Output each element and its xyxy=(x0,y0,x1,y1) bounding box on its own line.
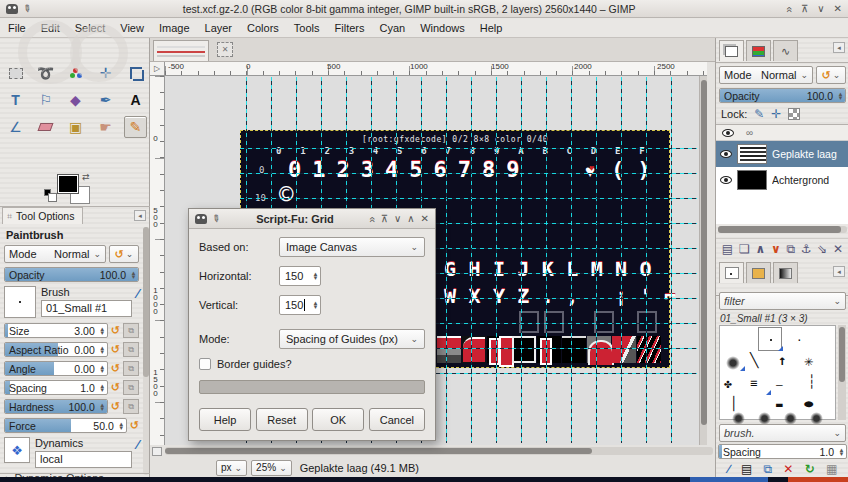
layer-row-background[interactable]: Achtergrond xyxy=(716,167,848,193)
lock-alpha-icon[interactable] xyxy=(788,108,800,120)
guide-vertical[interactable] xyxy=(521,77,522,443)
menu-filters[interactable]: Filters xyxy=(335,22,365,34)
move-tool[interactable]: ✛ xyxy=(94,62,117,84)
tab-patterns[interactable] xyxy=(746,262,771,283)
dialog-shade-icon[interactable]: « xyxy=(366,216,378,221)
menu-layer[interactable]: Layer xyxy=(205,22,233,34)
foreground-color-swatch[interactable] xyxy=(58,175,78,193)
guide-vertical[interactable] xyxy=(571,77,572,443)
angle-reset-icon[interactable]: ↺ xyxy=(111,362,120,375)
vertical-scrollbar[interactable] xyxy=(699,76,707,445)
quick-mask-toggle[interactable] xyxy=(152,447,162,456)
brush-cell[interactable]: ✤ xyxy=(724,376,732,391)
menu-file[interactable]: File xyxy=(8,22,26,34)
brush-tag-select[interactable]: brush. ⌄ xyxy=(719,424,846,442)
tool-options-menu-button[interactable]: ◂ xyxy=(134,210,146,221)
dialog-down-icon[interactable]: ∨ xyxy=(394,213,401,224)
brush-cell[interactable]: ≡ xyxy=(750,376,757,390)
layer-opacity-spinner[interactable]: ▲▼ xyxy=(836,88,845,103)
force-reset-icon[interactable]: ↺ xyxy=(130,419,139,432)
size-reset-icon[interactable]: ↺ xyxy=(111,324,120,337)
tool-options-scrollbar[interactable] xyxy=(143,227,149,475)
brush-cell[interactable]: ┆ xyxy=(808,374,816,389)
force-slider[interactable]: Force 50.0 ▲▼ xyxy=(4,418,127,433)
spacing-link-icon[interactable]: ⧉ xyxy=(123,380,139,395)
vertical-spinner[interactable]: ▲▼ xyxy=(311,298,320,313)
swap-colors-icon[interactable]: ⇄ xyxy=(82,172,90,182)
menu-cyan[interactable]: Cyan xyxy=(379,22,405,34)
anchor-layer-button[interactable]: ⚓ xyxy=(801,242,812,256)
aspect-ratio-reset-icon[interactable]: ↺ xyxy=(111,343,120,356)
text-tool[interactable]: A xyxy=(124,89,147,111)
dynamics-field[interactable]: local xyxy=(35,451,132,468)
crop-tool[interactable] xyxy=(124,62,147,84)
dialog-title-bar[interactable]: ✎ Script-Fu: Grid « ⊼ ∨ ∧ ✕ xyxy=(189,209,435,229)
eye-icon[interactable] xyxy=(720,176,732,184)
guide-horizontal[interactable] xyxy=(240,173,697,174)
raise-layer-button[interactable]: ∧ xyxy=(755,242,765,256)
menu-help[interactable]: Help xyxy=(480,22,503,34)
lock-position-icon[interactable]: ✛ xyxy=(771,107,781,121)
angle-link-icon[interactable]: ⧉ xyxy=(123,361,139,376)
zoom-select[interactable]: 25%⌄ xyxy=(251,460,292,476)
ruler-corner-button[interactable]: ▷ xyxy=(150,62,165,76)
brush-cell[interactable]: ╲ xyxy=(750,352,758,368)
aspect-ratio-link-icon[interactable]: ⧉ xyxy=(123,342,139,357)
close-window-icon[interactable]: ✕ xyxy=(834,3,842,14)
force-spinner[interactable]: ▲▼ xyxy=(117,418,126,433)
layer-row-pasted[interactable]: Geplakte laag xyxy=(716,141,848,167)
spacing-reset-icon[interactable]: ↺ xyxy=(111,381,120,394)
new-layer-button[interactable]: ▤ xyxy=(722,242,733,256)
ok-button[interactable]: OK xyxy=(312,408,364,431)
new-layer-group-button[interactable]: ❏ xyxy=(739,242,750,256)
size-spinner[interactable]: ▲▼ xyxy=(98,323,107,338)
unit-select[interactable]: px⌄ xyxy=(216,460,247,476)
paths-tool[interactable]: ✒ xyxy=(94,89,117,111)
dialog-close-icon[interactable]: ✕ xyxy=(421,213,429,224)
hardness-reset-icon[interactable]: ↺ xyxy=(111,400,120,413)
border-guides-checkbox[interactable] xyxy=(199,358,211,370)
layer-opacity-slider[interactable]: Opacity 100.0 ▲▼ xyxy=(719,88,846,103)
brush-cell[interactable]: ✳ xyxy=(804,352,813,370)
edit-brush-icon[interactable]: ∕ xyxy=(137,286,139,318)
brush-name-field[interactable]: 01_Small #1 xyxy=(41,300,132,317)
hardness-link-icon[interactable]: ⧉ xyxy=(123,399,139,414)
lower-layer-button[interactable]: ∨ xyxy=(771,242,781,256)
vertical-ruler[interactable]: 0 500 1000 1500 xyxy=(150,76,165,445)
brush-cell[interactable]: ⬬ xyxy=(804,398,813,411)
rectangle-select-tool[interactable] xyxy=(4,62,27,84)
maximize-window-icon[interactable]: ⊼ xyxy=(801,3,808,14)
image-tab[interactable] xyxy=(153,40,209,61)
perspective-tool[interactable]: ◆ xyxy=(64,89,87,111)
vertical-input[interactable]: 150 ▲▼ xyxy=(279,295,321,315)
brush-preview[interactable] xyxy=(4,286,36,318)
horizontal-ruler[interactable]: -500 0 500 1000 1500 2000 2500 xyxy=(165,62,707,76)
menu-windows[interactable]: Windows xyxy=(420,22,465,34)
menu-colors[interactable]: Colors xyxy=(247,22,279,34)
tab-brushes[interactable] xyxy=(719,262,744,283)
dialog-top-icon[interactable]: ⊼ xyxy=(381,213,388,224)
select-by-color-tool[interactable] xyxy=(64,62,87,84)
dialog-up-icon[interactable]: ∧ xyxy=(407,213,414,224)
merge-down-button[interactable]: ⇘ xyxy=(817,242,827,256)
guide-vertical[interactable] xyxy=(596,77,597,443)
paintbrush-tool[interactable]: ✎ xyxy=(124,116,147,138)
edit-dynamics-icon[interactable]: ∕ xyxy=(137,437,139,468)
layer-mode-reset-button[interactable]: ↺⌄ xyxy=(816,66,846,84)
size-slider[interactable]: Size 3.00 ▲▼ xyxy=(4,323,108,338)
menu-tools[interactable]: Tools xyxy=(294,22,320,34)
dynamics-preview-icon[interactable]: ❖ xyxy=(4,437,30,463)
menu-image[interactable]: Image xyxy=(159,22,190,34)
layer-list-scrollbar[interactable] xyxy=(718,226,847,233)
size-link-icon[interactable]: ⧉ xyxy=(123,323,139,338)
tab-layers[interactable] xyxy=(719,40,744,61)
grid-mode-select[interactable]: Spacing of Guides (px) ⌄ xyxy=(279,329,425,349)
guide-vertical[interactable] xyxy=(621,77,622,443)
duplicate-brush-button[interactable]: ⧉ xyxy=(764,462,773,476)
clone-tool[interactable]: ▣ xyxy=(64,116,87,138)
shade-window-icon[interactable]: « xyxy=(783,6,795,11)
opacity-slider[interactable]: Opacity 100.0 ▲▼ xyxy=(4,267,139,282)
brush-grid[interactable]: · ╲ ↑ ✳ ✤ ≡ — ┆ │ ▬ ⬬ xyxy=(719,325,836,420)
horizontal-input[interactable]: 150 ▲▼ xyxy=(279,266,321,286)
mode-reset-button[interactable]: ↺⌄ xyxy=(109,245,139,263)
